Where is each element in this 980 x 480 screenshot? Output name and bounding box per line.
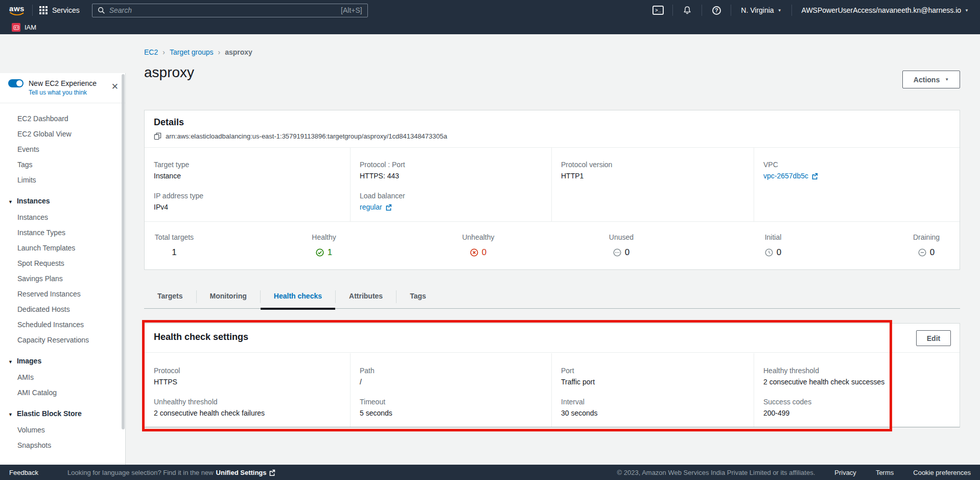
health-check-settings-title: Health check settings bbox=[154, 332, 950, 342]
feedback-link[interactable]: Feedback bbox=[9, 469, 38, 476]
sidebar-item-snapshots[interactable]: Snapshots bbox=[0, 438, 125, 453]
iam-shortcut-link[interactable]: IAM bbox=[25, 24, 36, 31]
field-label: Load balancer bbox=[360, 192, 542, 200]
details-column-3: Protocol version HTTP1 bbox=[551, 148, 754, 221]
tell-us-link[interactable]: Tell us what you think bbox=[29, 89, 118, 96]
health-check-column-3: Port Traffic port Interval 30 seconds bbox=[551, 353, 754, 427]
load-balancer-link[interactable]: regular bbox=[360, 203, 542, 211]
services-menu-button[interactable]: Services bbox=[39, 6, 80, 14]
field-label: Path bbox=[360, 367, 542, 375]
field-value: HTTPS: 443 bbox=[360, 172, 542, 180]
services-grid-icon bbox=[39, 6, 48, 14]
sidebar-item-instances[interactable]: Instances bbox=[0, 210, 125, 225]
tab-attributes[interactable]: Attributes bbox=[336, 285, 396, 308]
account-menu[interactable]: AWSPowerUserAccess/navaneeth.kn@harness.… bbox=[799, 6, 972, 14]
top-right-menu: >_ ? N. Virginia ▼ AWSPowerUserAccess/na… bbox=[650, 5, 972, 16]
copy-icon[interactable] bbox=[154, 132, 161, 140]
breadcrumb-separator-icon: › bbox=[162, 48, 165, 56]
top-navigation-bar: aws Services [Alt+S] >_ ? N. Virginia ▼ … bbox=[0, 0, 980, 20]
sidebar-item-amis[interactable]: AMIs bbox=[0, 370, 125, 385]
health-check-column-4: Healthy threshold 2 consecutive health c… bbox=[754, 353, 960, 427]
tab-health-checks[interactable]: Health checks bbox=[261, 285, 335, 308]
stat-draining: Draining 0 bbox=[875, 233, 977, 259]
tab-monitoring[interactable]: Monitoring bbox=[197, 285, 260, 308]
new-experience-box: New EC2 Experience Tell us what you thin… bbox=[0, 73, 125, 103]
vpc-link[interactable]: vpc-2657db5c bbox=[763, 172, 950, 180]
tab-targets[interactable]: Targets bbox=[144, 285, 196, 308]
sidebar-scrollbar[interactable] bbox=[122, 74, 125, 429]
aws-logo[interactable]: aws bbox=[8, 5, 26, 16]
target-health-summary: Total targets 1 Healthy 1 Unhealthy 0 Un… bbox=[145, 221, 960, 269]
breadcrumb-ec2[interactable]: EC2 bbox=[144, 48, 158, 56]
details-title: Details bbox=[154, 117, 950, 128]
field-label: Port bbox=[561, 367, 744, 375]
sidebar-item-savings-plans[interactable]: Savings Plans bbox=[0, 271, 125, 286]
chevron-down-icon: ▼ bbox=[945, 77, 949, 82]
field-label: Interval bbox=[561, 398, 744, 406]
field-label: Protocol bbox=[154, 367, 341, 375]
sidebar-section-elastic-block-store[interactable]: ▼Elastic Block Store bbox=[0, 406, 125, 422]
sidebar-item-volumes[interactable]: Volumes bbox=[0, 422, 125, 438]
sidebar-item-launch-templates[interactable]: Launch Templates bbox=[0, 240, 125, 256]
field-label: Healthy threshold bbox=[763, 367, 950, 375]
sidebar-item-tags[interactable]: Tags bbox=[0, 157, 125, 172]
health-check-column-1: Protocol HTTPS Unhealthy threshold 2 con… bbox=[145, 353, 350, 427]
sidebar-item-ec2-dashboard[interactable]: EC2 Dashboard bbox=[0, 111, 125, 126]
details-card: Details arn:aws:elasticloadbalancing:us-… bbox=[144, 110, 960, 270]
close-icon[interactable]: ✕ bbox=[111, 81, 119, 92]
stat-unused: Unused 0 bbox=[570, 233, 672, 259]
divider bbox=[672, 5, 673, 16]
new-experience-label: New EC2 Experience bbox=[29, 79, 97, 87]
new-experience-toggle[interactable] bbox=[8, 79, 24, 87]
ellipsis-circle-icon bbox=[613, 248, 621, 257]
sidebar-item-capacity-reservations[interactable]: Capacity Reservations bbox=[0, 332, 125, 348]
sidebar-item-limits[interactable]: Limits bbox=[0, 172, 125, 188]
details-column-1: Target type Instance IP address type IPv… bbox=[145, 148, 350, 221]
breadcrumb: EC2 › Target groups › asproxy bbox=[144, 48, 252, 56]
sidebar-item-spot-requests[interactable]: Spot Requests bbox=[0, 256, 125, 271]
health-check-settings-card: Health check settings Edit Protocol HTTP… bbox=[144, 323, 960, 427]
external-link-icon bbox=[385, 204, 392, 211]
chevron-down-icon: ▼ bbox=[965, 8, 969, 13]
sidebar-section-images[interactable]: ▼Images bbox=[0, 353, 125, 370]
sidebar-nav: EC2 Dashboard EC2 Global View Events Tag… bbox=[0, 103, 125, 453]
unified-settings-link[interactable]: Unified Settings bbox=[216, 469, 275, 476]
field-value: HTTP1 bbox=[561, 172, 744, 180]
triangle-down-icon: ▼ bbox=[8, 354, 13, 370]
actions-button[interactable]: Actions ▼ bbox=[902, 71, 960, 88]
field-label: Target type bbox=[154, 161, 341, 169]
sidebar-item-instance-types[interactable]: Instance Types bbox=[0, 225, 125, 240]
sidebar-item-events[interactable]: Events bbox=[0, 142, 125, 157]
divider bbox=[32, 5, 33, 16]
field-label: IP address type bbox=[154, 192, 341, 200]
privacy-link[interactable]: Privacy bbox=[834, 469, 856, 476]
cloudshell-icon[interactable]: >_ bbox=[650, 6, 666, 15]
terms-link[interactable]: Terms bbox=[876, 469, 894, 476]
breadcrumb-target-groups[interactable]: Target groups bbox=[170, 48, 214, 56]
edit-button[interactable]: Edit bbox=[916, 330, 951, 346]
page-title: asproxy bbox=[144, 64, 194, 81]
sidebar-item-reserved-instances[interactable]: Reserved Instances bbox=[0, 286, 125, 302]
tab-tags[interactable]: Tags bbox=[396, 285, 439, 308]
x-circle-icon bbox=[470, 248, 478, 257]
cookie-preferences-link[interactable]: Cookie preferences bbox=[913, 469, 971, 476]
sidebar-item-scheduled-instances[interactable]: Scheduled Instances bbox=[0, 317, 125, 332]
triangle-down-icon: ▼ bbox=[8, 194, 13, 210]
account-label: AWSPowerUserAccess/navaneeth.kn@harness.… bbox=[802, 6, 962, 14]
triangle-down-icon: ▼ bbox=[8, 407, 13, 422]
global-search-box[interactable]: [Alt+S] bbox=[92, 4, 368, 17]
target-group-tabs: Targets Monitoring Health checks Attribu… bbox=[144, 285, 960, 309]
search-input[interactable] bbox=[109, 6, 337, 14]
sidebar-item-dedicated-hosts[interactable]: Dedicated Hosts bbox=[0, 302, 125, 317]
field-value: 200-499 bbox=[763, 409, 950, 417]
sidebar-item-ec2-global-view[interactable]: EC2 Global View bbox=[0, 126, 125, 142]
region-selector[interactable]: N. Virginia ▼ bbox=[738, 6, 784, 14]
ec2-sidebar: New EC2 Experience Tell us what you thin… bbox=[0, 73, 126, 465]
stat-initial: Initial 0 bbox=[722, 233, 824, 259]
sidebar-item-ami-catalog[interactable]: AMI Catalog bbox=[0, 385, 125, 400]
services-label: Services bbox=[52, 6, 80, 14]
help-icon[interactable]: ? bbox=[709, 6, 724, 15]
notifications-bell-icon[interactable] bbox=[680, 6, 695, 15]
health-check-column-2: Path / Timeout 5 seconds bbox=[350, 353, 551, 427]
sidebar-section-instances[interactable]: ▼Instances bbox=[0, 193, 125, 210]
